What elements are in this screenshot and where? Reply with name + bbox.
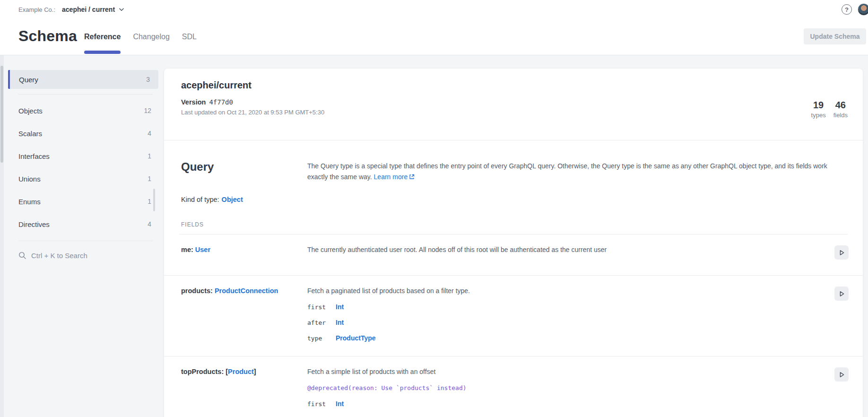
sidebar-item-label: Interfaces	[18, 152, 50, 160]
field-description: Fetch a paginated list of products based…	[307, 286, 820, 296]
chevron-down-icon	[119, 8, 124, 11]
run-query-button[interactable]	[834, 287, 849, 301]
page-header: Schema Reference Changelog SDL Update Sc…	[0, 19, 868, 55]
sidebar-item-count: 4	[148, 220, 151, 228]
graph-selector-label: acephei / current	[62, 6, 115, 13]
tab-sdl[interactable]: SDL	[182, 19, 197, 55]
field-name: me: User	[181, 244, 307, 260]
kind-label: Kind of type:	[181, 196, 219, 203]
sidebar-item-label: Objects	[18, 107, 43, 115]
tab-bar: Reference Changelog SDL	[84, 19, 197, 55]
run-query-button[interactable]	[834, 245, 849, 260]
field-row-me: me: User The currently authenticated use…	[164, 235, 863, 276]
kind-of-type-row: Kind of type:Object	[181, 196, 846, 203]
type-description: The Query type is a special type that de…	[307, 161, 846, 183]
last-updated-text: Last updated on Oct 21, 2020 at 9:53 PM …	[181, 109, 846, 116]
sidebar-divider	[18, 94, 153, 95]
schema-stats: 19 types 46 fields	[811, 100, 848, 119]
field-arg-first: first Int	[307, 400, 820, 408]
sidebar-item-count: 3	[146, 76, 150, 83]
sidebar-item-label: Scalars	[18, 130, 42, 138]
sidebar-search[interactable]: Ctrl + K to Search	[18, 252, 165, 260]
sidebar-item-count: 1	[148, 152, 151, 160]
field-type-link[interactable]: Product	[228, 368, 254, 375]
stat-fields: 46 fields	[833, 100, 848, 119]
search-icon	[18, 252, 26, 260]
field-arg-type: type ProductType	[307, 334, 820, 343]
field-description: Fetch a simple list of products with an …	[307, 366, 820, 377]
arg-type-link[interactable]: Int	[336, 400, 344, 408]
schema-reference-card: acephei/current Version4f77d0 Last updat…	[164, 69, 863, 417]
learn-more-link[interactable]: Learn more	[374, 173, 408, 181]
sidebar-divider	[18, 241, 153, 241]
field-description: The currently authenticated user root. A…	[307, 244, 820, 255]
field-type-link[interactable]: User	[195, 246, 210, 253]
stat-fields-label: fields	[833, 112, 848, 119]
field-name: products: ProductConnection	[181, 286, 307, 343]
sidebar-item-interfaces[interactable]: Interfaces 1	[4, 145, 165, 167]
arg-name: type	[307, 334, 336, 343]
play-icon	[839, 250, 845, 256]
query-type-section: Query The Query type is a special type t…	[164, 140, 863, 235]
top-bar: Example Co.: acephei / current ?	[0, 0, 868, 19]
arg-name: after	[307, 318, 336, 327]
version-value: 4f77d0	[209, 98, 233, 106]
play-icon	[839, 291, 845, 297]
stat-fields-value: 46	[833, 100, 848, 110]
arg-type-link[interactable]: Int	[336, 303, 344, 312]
sidebar-item-count: 1	[148, 175, 151, 182]
field-type-link[interactable]: ProductConnection	[215, 287, 278, 295]
stat-types: 19 types	[811, 100, 826, 119]
tab-reference[interactable]: Reference	[84, 19, 121, 55]
stat-types-label: types	[811, 112, 826, 119]
update-schema-button[interactable]: Update Schema	[804, 28, 866, 44]
stat-types-value: 19	[811, 100, 826, 110]
sidebar-item-objects[interactable]: Objects 12	[4, 99, 165, 122]
run-query-button[interactable]	[834, 367, 849, 382]
field-row-products: products: ProductConnection Fetch a pagi…	[164, 276, 863, 356]
sidebar-scrollbar-thumb[interactable]	[153, 189, 155, 211]
field-arg-after: after Int	[307, 318, 820, 327]
sidebar-item-scalars[interactable]: Scalars 4	[4, 122, 165, 145]
sidebar-item-label: Directives	[18, 220, 50, 228]
sidebar-item-label: Unions	[18, 175, 41, 183]
graph-title: acephei/current	[181, 80, 846, 91]
page-title: Schema	[18, 27, 77, 45]
sidebar-item-unions[interactable]: Unions 1	[4, 167, 165, 190]
field-name: topProducts: [Product]	[181, 366, 307, 408]
sidebar-item-enums[interactable]: Enums 1	[4, 190, 165, 213]
field-arg-first: first Int	[307, 303, 820, 312]
deprecated-directive: @deprecated(reason: Use `products` inste…	[307, 383, 820, 393]
arg-name: first	[307, 303, 336, 312]
tab-changelog[interactable]: Changelog	[133, 19, 169, 55]
sidebar-item-label: Query	[19, 76, 38, 84]
kind-value-link[interactable]: Object	[222, 196, 243, 203]
sidebar-item-count: 1	[148, 198, 151, 205]
fields-heading: FIELDS	[181, 221, 846, 228]
arg-type-link[interactable]: Int	[336, 318, 344, 327]
schema-type-sidebar: Query 3 Objects 12 Scalars 4 Interfaces …	[4, 55, 165, 260]
page-scrollbar[interactable]	[0, 55, 4, 417]
type-name-heading: Query	[181, 160, 307, 174]
org-label: Example Co.:	[18, 6, 55, 13]
help-icon[interactable]: ?	[842, 4, 852, 15]
sidebar-item-label: Enums	[18, 198, 41, 206]
field-row-topproducts: topProducts: [Product] Fetch a simple li…	[164, 356, 863, 417]
graph-summary-header: acephei/current Version4f77d0 Last updat…	[164, 69, 863, 140]
arg-type-link[interactable]: ProductType	[336, 334, 376, 343]
sidebar-item-directives[interactable]: Directives 4	[4, 213, 165, 235]
play-icon	[839, 372, 845, 378]
version-label: Version	[181, 98, 206, 106]
arg-name: first	[307, 400, 336, 408]
page-scrollbar-thumb[interactable]	[0, 66, 3, 163]
sidebar-item-count: 12	[144, 107, 151, 114]
sidebar-item-count: 4	[148, 130, 151, 137]
user-avatar[interactable]	[858, 3, 868, 16]
search-hint-label: Ctrl + K to Search	[31, 252, 87, 260]
graph-selector-dropdown[interactable]: acephei / current	[62, 6, 124, 13]
sidebar-item-query[interactable]: Query 3	[10, 70, 158, 89]
external-link-icon	[409, 172, 415, 183]
